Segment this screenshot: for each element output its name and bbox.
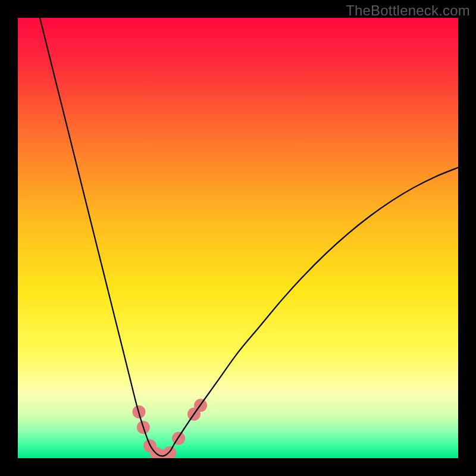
plot-area: [18, 18, 458, 458]
outer-frame: TheBottleneck.com: [0, 0, 476, 476]
watermark-text: TheBottleneck.com: [346, 2, 470, 19]
bottleneck-curve: [40, 18, 458, 456]
chart-svg: [18, 18, 458, 458]
